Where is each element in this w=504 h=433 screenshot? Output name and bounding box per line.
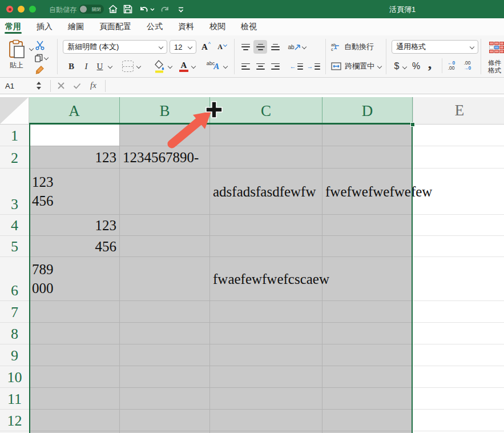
autosave-toggle[interactable]: 關閉 [79,5,104,14]
cell-D10[interactable] [322,366,413,388]
cell-D3[interactable]: fwefwefwefwefew [322,169,413,215]
copy-icon[interactable] [34,51,48,64]
cell-C9[interactable] [210,344,322,366]
cell-D12[interactable] [322,410,413,431]
decrease-decimal-button[interactable]: ←0.00 [447,61,455,71]
align-bottom-icon[interactable] [268,40,282,54]
cell-D1[interactable] [322,125,413,146]
name-box-spinner[interactable] [35,81,42,91]
cell-E4[interactable] [413,215,504,236]
selection-handle[interactable] [410,122,415,127]
cell-D4[interactable] [322,215,413,236]
cell-B7[interactable] [120,301,210,323]
cell-A1[interactable] [29,125,120,146]
cell-C4[interactable] [210,215,322,236]
row-header-4[interactable]: 4 [0,215,29,236]
cell-E1[interactable] [413,125,504,146]
cell-B10[interactable] [120,366,210,388]
currency-format-button[interactable]: $ [392,59,402,73]
cell-D2[interactable] [322,146,413,169]
cell-C10[interactable] [210,366,322,388]
select-all-corner[interactable] [0,97,29,125]
font-size-combo[interactable]: 12 [170,40,196,54]
cell-C7[interactable] [210,301,322,323]
cell-D6[interactable] [322,257,413,301]
cell-E11[interactable] [413,388,504,410]
cell-B2[interactable]: 1234567890- [120,146,210,169]
paste-label[interactable]: 貼上 [10,61,23,70]
fill-color-icon[interactable] [153,59,166,74]
row-header-5[interactable]: 5 [0,236,29,257]
cell-C2[interactable] [210,146,322,169]
row-header-6[interactable]: 6 [0,257,29,301]
paste-button[interactable] [7,39,27,59]
merge-center-button[interactable]: 跨欄置中 [331,59,400,73]
decrease-indent-icon[interactable]: ← [289,59,304,73]
cell-A9[interactable] [29,344,120,366]
increase-indent-icon[interactable]: → [306,59,321,73]
bold-button[interactable]: B [65,59,78,73]
cell-A2[interactable]: 123 [29,146,120,169]
cell-A6[interactable]: 789 000 [29,257,120,301]
cell-E10[interactable] [413,366,504,388]
cell-B11[interactable] [120,388,210,410]
row-header-7[interactable]: 7 [0,301,29,323]
cell-A4[interactable]: 123 [29,215,120,236]
undo-menu-chevron-icon[interactable] [150,4,155,14]
menu-tab-0[interactable]: 常用 [5,18,21,35]
menu-tab-2[interactable]: 繪圖 [68,18,84,35]
cell-E12[interactable] [413,410,504,431]
cell-C11[interactable] [210,388,322,410]
menu-tab-1[interactable]: 插入 [37,18,53,35]
cell-E5[interactable] [413,236,504,257]
cell-D7[interactable] [322,301,413,323]
cell-A3[interactable]: 123 456 [29,169,120,215]
cut-icon[interactable] [33,39,47,51]
cell-D11[interactable] [322,388,413,410]
cell-A7[interactable] [29,301,120,323]
cell-B1[interactable] [120,125,210,146]
cell-E2[interactable] [413,146,504,169]
align-left-icon[interactable] [239,59,252,73]
zoom-window-button[interactable] [29,6,36,13]
italic-button[interactable]: I [80,59,92,73]
font-color-icon[interactable]: A [178,59,189,74]
menu-tab-6[interactable]: 校閱 [209,18,225,35]
cell-A5[interactable]: 456 [29,236,120,257]
cell-A11[interactable] [29,388,120,410]
cell-C6[interactable]: fwaefewfwefcscaew [210,257,322,301]
align-center-icon[interactable] [253,59,267,73]
currency-menu-chevron-icon[interactable] [402,65,407,69]
home-icon[interactable] [108,4,118,14]
cell-B5[interactable] [120,236,210,257]
menu-tab-3[interactable]: 頁面配置 [99,18,131,35]
clear-formatting-icon[interactable]: abc A [204,59,221,74]
cell-B6[interactable] [120,257,210,301]
cell-A10[interactable] [29,366,120,388]
comma-format-button[interactable]: , [425,57,435,71]
menu-tab-7[interactable]: 檢視 [241,18,257,35]
decrease-font-size-button[interactable]: A [215,41,229,53]
cell-B8[interactable] [120,323,210,344]
row-header-3[interactable]: 3 [0,169,29,215]
column-header-A[interactable]: A [29,97,120,125]
borders-icon[interactable] [122,61,134,72]
row-header-11[interactable]: 11 [0,388,29,410]
cancel-icon[interactable] [57,81,66,90]
undo-icon[interactable] [139,4,149,14]
column-header-D[interactable]: D [322,97,413,125]
insert-function-icon[interactable]: fx [90,81,96,90]
row-header-8[interactable]: 8 [0,323,29,344]
cell-B12[interactable] [120,410,210,431]
font-color-chevron-icon[interactable] [191,64,196,69]
borders-menu-chevron-icon[interactable] [136,64,141,69]
cell-B4[interactable] [120,215,210,236]
cell-E7[interactable] [413,301,504,323]
clear-formatting-chevron-icon[interactable] [223,64,228,69]
cell-D9[interactable] [322,344,413,366]
name-box[interactable]: A1 [0,78,50,94]
underline-menu-chevron-icon[interactable] [108,64,112,69]
cell-B3[interactable] [120,169,210,215]
format-painter-icon[interactable] [33,64,47,77]
number-format-combo[interactable]: 通用格式 [392,40,478,54]
